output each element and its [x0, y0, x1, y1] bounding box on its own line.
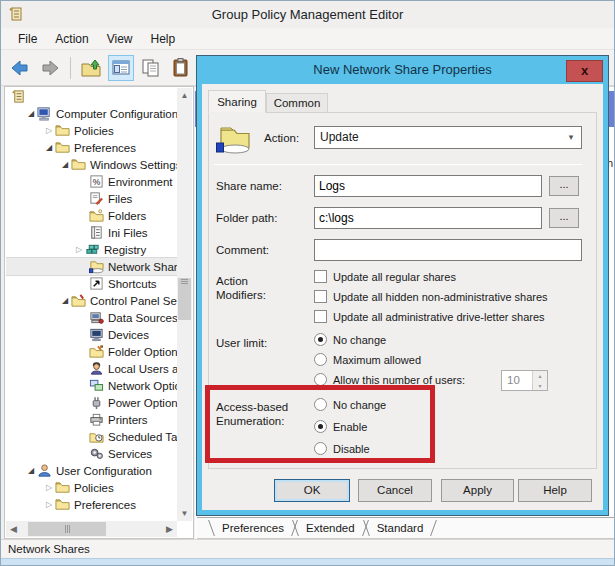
registry-icon	[84, 242, 100, 258]
menu-view[interactable]: View	[98, 29, 142, 49]
tree-item-user-configuration[interactable]: ◢ User Configuration	[6, 462, 177, 479]
tree-item-environment[interactable]: Environment	[6, 173, 177, 190]
export-list-button[interactable]	[78, 55, 104, 81]
tree-item-power-options[interactable]: Power Options	[6, 394, 177, 411]
expander-expanded-icon[interactable]: ◢	[44, 143, 54, 152]
radio-icon[interactable]	[314, 353, 327, 366]
network-options-icon	[88, 378, 104, 394]
tree-item-user-policies[interactable]: ▷ Policies	[6, 479, 177, 496]
radio-user-limit-no-change[interactable]: No change	[314, 333, 386, 346]
copy-button[interactable]	[138, 55, 164, 81]
scroll-left-icon[interactable]: ◀	[6, 521, 21, 537]
spinner-arrows[interactable]: ▴ ▾	[532, 371, 547, 390]
back-button[interactable]	[7, 55, 33, 81]
tab-standard[interactable]: Standard	[366, 520, 435, 536]
gpme-window: Group Policy Management Editor File Acti…	[0, 0, 615, 566]
tree-item-scheduled-tasks[interactable]: Scheduled Tasks	[6, 428, 177, 445]
checkbox-update-all-hidden-shares[interactable]: Update all hidden non-administrative sha…	[314, 290, 548, 303]
printers-icon	[88, 412, 104, 428]
tree-item-windows-settings[interactable]: ◢ Windows Settings	[6, 156, 177, 173]
folders-icon	[88, 208, 104, 224]
radio-selected-icon[interactable]	[314, 333, 327, 346]
tree-item-folder-options[interactable]: Folder Options	[6, 343, 177, 360]
tab-preferences[interactable]: Preferences	[211, 520, 295, 536]
services-icon	[88, 446, 104, 462]
tree-item-data-sources[interactable]: Data Sources	[6, 309, 177, 326]
separator	[214, 164, 582, 165]
tree-item-files[interactable]: Files	[6, 190, 177, 207]
window-titlebar[interactable]: Group Policy Management Editor	[1, 1, 614, 28]
paste-button[interactable]	[168, 55, 194, 81]
devices-icon	[88, 327, 104, 343]
cancel-button[interactable]: Cancel	[358, 479, 432, 502]
spinner-up-icon[interactable]: ▴	[538, 373, 541, 379]
share-name-input[interactable]	[314, 175, 542, 197]
ok-button[interactable]: OK	[274, 479, 350, 502]
forward-button[interactable]	[37, 55, 63, 81]
folder-path-browse-button[interactable]: ...	[549, 208, 579, 228]
folder-path-input[interactable]	[314, 207, 542, 229]
expander-expanded-icon[interactable]: ◢	[26, 466, 36, 475]
checkbox-update-all-admin-shares[interactable]: Update all administrative drive-letter s…	[314, 310, 545, 323]
tree-item-user-preferences[interactable]: ▷ Preferences	[6, 496, 177, 513]
shared-folder-icon	[88, 259, 104, 275]
checkbox-update-all-regular-shares[interactable]: Update all regular shares	[314, 270, 456, 283]
apply-button[interactable]: Apply	[441, 479, 514, 502]
tree-item-printers[interactable]: Printers	[6, 411, 177, 428]
shortcut-icon	[88, 276, 104, 292]
tree-item-network-shares[interactable]: Network Shares	[6, 258, 177, 275]
close-icon[interactable]: x	[566, 60, 603, 82]
menu-action[interactable]: Action	[46, 29, 97, 49]
scrollbar-thumb[interactable]	[178, 278, 191, 320]
tree-item-preferences[interactable]: ◢ Preferences	[6, 139, 177, 156]
tree-item-local-users-and-groups[interactable]: Local Users and Groups	[6, 360, 177, 377]
expander-expanded-icon[interactable]: ◢	[60, 296, 70, 305]
show-console-tree-button[interactable]	[108, 55, 134, 81]
tree-horizontal-scrollbar[interactable]: ◀ ▶	[6, 521, 177, 537]
user-limit-spinner[interactable]: 10 ▴ ▾	[501, 370, 548, 391]
expander-collapsed-icon[interactable]: ▷	[74, 245, 84, 254]
tab-extended[interactable]: Extended	[295, 520, 366, 536]
expander-collapsed-icon[interactable]: ▷	[44, 483, 54, 492]
expander-expanded-icon[interactable]: ◢	[60, 160, 70, 169]
tree-item-shortcuts[interactable]: Shortcuts	[6, 275, 177, 292]
new-network-share-properties-dialog: New Network Share Properties x Sharing C…	[197, 56, 608, 515]
tree-item-gpo-root[interactable]	[6, 88, 177, 105]
scroll-up-icon[interactable]: ▲	[177, 88, 192, 103]
checkbox-icon[interactable]	[314, 310, 327, 323]
expander-collapsed-icon[interactable]: ▷	[44, 500, 54, 509]
tree-item-devices[interactable]: Devices	[6, 326, 177, 343]
tree-item-computer-configuration[interactable]: ◢ Computer Configuration	[6, 105, 177, 122]
tree-item-network-options[interactable]: Network Options	[6, 377, 177, 394]
help-button[interactable]: Help	[518, 479, 592, 502]
checkbox-icon[interactable]	[314, 290, 327, 303]
ini-files-icon	[88, 225, 104, 241]
scroll-down-icon[interactable]: ▼	[177, 506, 192, 521]
tab-sharing[interactable]: Sharing	[208, 90, 266, 113]
tree-item-services[interactable]: Services	[6, 445, 177, 462]
action-dropdown[interactable]: Update ▾	[314, 126, 582, 149]
scrollbar-thumb[interactable]	[28, 522, 106, 536]
tree-vertical-scrollbar[interactable]: ▲ ▼	[177, 88, 192, 521]
toolbar-separator	[70, 57, 71, 79]
menu-help[interactable]: Help	[142, 29, 185, 49]
share-name-browse-button[interactable]: ...	[549, 176, 579, 196]
expander-expanded-icon[interactable]: ◢	[26, 109, 36, 118]
folder-icon	[54, 123, 70, 139]
tab-common[interactable]: Common	[266, 93, 328, 113]
tree-item-ini-files[interactable]: Ini Files	[6, 224, 177, 241]
radio-maximum-allowed[interactable]: Maximum allowed	[314, 353, 421, 366]
tree-item-control-panel-settings[interactable]: ◢ Control Panel Settings	[6, 292, 177, 309]
tree-item-folders[interactable]: Folders	[6, 207, 177, 224]
tree-item-policies[interactable]: ▷ Policies	[6, 122, 177, 139]
shared-folder-icon	[216, 122, 254, 154]
scroll-right-icon[interactable]: ▶	[162, 521, 177, 537]
comment-input[interactable]	[314, 239, 582, 261]
menu-file[interactable]: File	[9, 29, 46, 49]
checkbox-icon[interactable]	[314, 270, 327, 283]
console-root-scroll-icon	[10, 89, 26, 105]
dialog-title[interactable]: New Network Share Properties	[197, 56, 608, 84]
tree-item-registry[interactable]: ▷ Registry	[6, 241, 177, 258]
expander-collapsed-icon[interactable]: ▷	[44, 126, 54, 135]
spinner-down-icon[interactable]: ▾	[538, 383, 541, 389]
